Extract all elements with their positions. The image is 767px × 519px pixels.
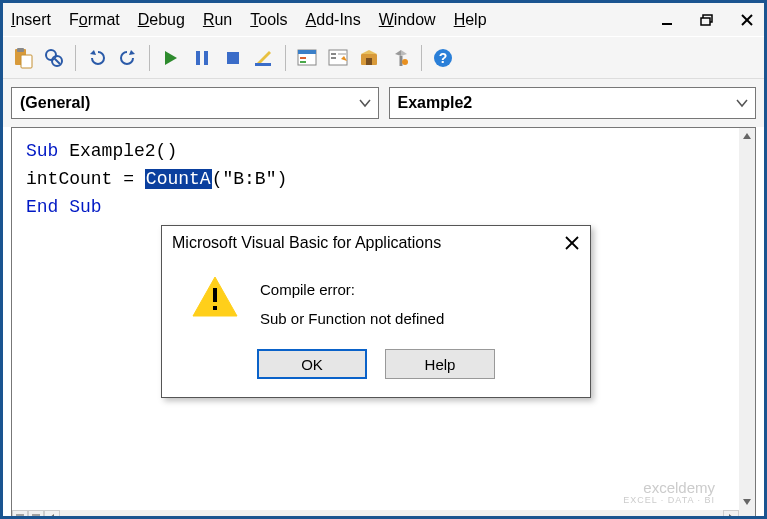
watermark-sub: EXCEL · DATA · BI	[623, 496, 715, 506]
undo-icon[interactable]	[83, 44, 111, 72]
horizontal-scrollbar[interactable]	[12, 510, 739, 519]
menu-run[interactable]: Run	[203, 11, 232, 29]
find-icon[interactable]	[40, 44, 68, 72]
dialog-close-icon[interactable]	[564, 235, 580, 251]
menu-bar: Insert Format Debug Run Tools Add-Ins Wi…	[3, 3, 764, 37]
svg-rect-2	[701, 18, 710, 25]
close-button[interactable]	[738, 12, 756, 28]
menu-window[interactable]: Window	[379, 11, 436, 29]
svg-point-26	[402, 59, 408, 65]
svg-rect-16	[298, 50, 316, 54]
svg-rect-38	[213, 306, 217, 310]
keyword: Sub	[26, 141, 58, 161]
redo-icon[interactable]	[114, 44, 142, 72]
error-dialog: Microsoft Visual Basic for Applications …	[161, 225, 591, 398]
svg-rect-22	[331, 57, 336, 59]
help-icon[interactable]: ?	[429, 44, 457, 72]
menu-addins[interactable]: Add-Ins	[306, 11, 361, 29]
watermark: exceldemy EXCEL · DATA · BI	[623, 480, 715, 506]
project-explorer-icon[interactable]	[293, 44, 321, 72]
toolbox-icon[interactable]	[386, 44, 414, 72]
svg-rect-14	[255, 63, 271, 66]
dropdowns-row: (General) Example2	[3, 79, 764, 127]
warning-icon	[190, 274, 240, 320]
object-browser-icon[interactable]	[355, 44, 383, 72]
ok-button[interactable]: OK	[257, 349, 367, 379]
watermark-text: exceldemy	[623, 480, 715, 497]
menu-debug[interactable]: Debug	[138, 11, 185, 29]
code-text: ("B:B")	[212, 169, 288, 189]
design-mode-icon[interactable]	[250, 44, 278, 72]
scrollbar-corner	[739, 510, 755, 519]
scroll-left-icon[interactable]	[44, 510, 60, 519]
scroll-right-icon[interactable]	[723, 510, 739, 519]
code-text: Example2()	[58, 141, 177, 161]
chevron-down-icon	[735, 96, 749, 110]
menu-insert[interactable]: Insert	[11, 11, 51, 29]
run-icon[interactable]	[157, 44, 185, 72]
svg-rect-17	[300, 57, 306, 59]
svg-rect-18	[300, 61, 306, 63]
keyword: End Sub	[26, 197, 102, 217]
paste-icon[interactable]	[9, 44, 37, 72]
svg-rect-11	[196, 51, 200, 65]
menu-format[interactable]: Format	[69, 11, 120, 29]
procedure-dropdown-value: Example2	[398, 94, 473, 112]
object-dropdown-value: (General)	[20, 94, 90, 112]
svg-point-8	[46, 50, 56, 60]
minimize-button[interactable]	[658, 12, 676, 28]
dialog-titlebar: Microsoft Visual Basic for Applications	[162, 226, 590, 260]
dialog-line1: Compile error:	[260, 276, 444, 305]
svg-text:?: ?	[439, 50, 448, 66]
svg-rect-7	[21, 55, 32, 68]
svg-rect-13	[227, 52, 239, 64]
menu-tools[interactable]: Tools	[250, 11, 287, 29]
scroll-up-icon[interactable]	[739, 128, 755, 144]
properties-icon[interactable]	[324, 44, 352, 72]
reset-icon[interactable]	[219, 44, 247, 72]
object-dropdown[interactable]: (General)	[11, 87, 379, 119]
dialog-title: Microsoft Visual Basic for Applications	[172, 234, 564, 252]
svg-rect-20	[331, 53, 336, 55]
full-module-view-icon[interactable]	[28, 510, 44, 519]
break-icon[interactable]	[188, 44, 216, 72]
scroll-down-icon[interactable]	[739, 494, 755, 510]
procedure-dropdown[interactable]: Example2	[389, 87, 757, 119]
chevron-down-icon	[358, 96, 372, 110]
svg-rect-12	[204, 51, 208, 65]
toolbar: ?	[3, 37, 764, 79]
procedure-view-icon[interactable]	[12, 510, 28, 519]
svg-rect-37	[213, 288, 217, 302]
svg-rect-21	[338, 53, 346, 55]
svg-line-9	[55, 59, 60, 64]
menu-help[interactable]: Help	[454, 11, 487, 29]
svg-rect-24	[366, 58, 372, 65]
vertical-scrollbar[interactable]	[739, 128, 755, 510]
dialog-line2: Sub or Function not defined	[260, 305, 444, 334]
svg-rect-6	[17, 48, 24, 52]
selected-text: CountA	[145, 169, 212, 189]
help-button[interactable]: Help	[385, 349, 495, 379]
restore-button[interactable]	[698, 12, 716, 28]
code-text: intCount =	[26, 169, 145, 189]
dialog-message: Compile error: Sub or Function not defin…	[260, 274, 444, 333]
